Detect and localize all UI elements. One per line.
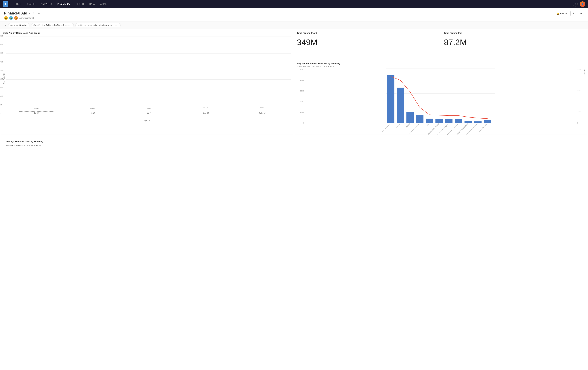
combo-bar-9	[474, 121, 482, 123]
nav-right: ? 👤	[573, 1, 585, 7]
pinboard-title: Financial Aid	[4, 11, 27, 15]
nav-data[interactable]: DATA	[87, 0, 97, 8]
state-aid-chart-card: State Aid by Degree and Age Group Total …	[0, 29, 294, 135]
combo-bar-1	[397, 87, 404, 123]
avatar-2: 🎓	[9, 16, 13, 20]
kpi2-value: 87.2M	[441, 34, 588, 51]
bar-chart-area: Total State Aid 45M 40M 35M 30M 25M 20M	[0, 34, 294, 123]
logo[interactable]: T	[3, 1, 8, 7]
svg-text:Asian or Pacific Islander: Asian or Pacific Islander	[409, 123, 420, 134]
kpi-total-federal-plus: Total Federal PLUS 349M	[294, 29, 441, 60]
user-avatar[interactable]: 👤	[580, 1, 585, 7]
right-column: Total Federal PLUS 349M Total Federal Pe…	[294, 29, 588, 135]
combo-bar-0	[387, 75, 394, 123]
avg-federal-loans-by-ethnicity-card: Average Federal Loans by Ethnicity Hawai…	[0, 135, 294, 169]
avg-federal-by-ethnicity-subtitle: Hawaiian or Pacific Islander 4.6K (0.430…	[3, 144, 291, 146]
svg-text:Hispanic: Hispanic	[406, 123, 410, 128]
x-axis-title: Age Group	[6, 120, 291, 121]
bar-label-25-40: 8.43M	[147, 107, 151, 109]
combo-chart-subtitle: Filters: Aid Year : >= 01/01/2017 < 01/0…	[294, 65, 588, 67]
bar-group-17-20: 15.24M 17-20	[11, 110, 62, 114]
bar-over40: 468.16K	[201, 110, 210, 110]
bar-label-21-24: 16.66M	[90, 107, 95, 109]
combo-bar-5	[435, 119, 443, 123]
dashboard: State Aid by Degree and Age Group Total …	[0, 29, 588, 135]
bar-label-17-20: 15.24M	[34, 107, 39, 109]
kpi1-value: 349M	[294, 34, 441, 51]
bar-label-under17: 3.14K	[260, 107, 264, 109]
svg-text:Black or African American: Black or African American	[428, 123, 439, 135]
combo-svg: White, non-Hispanic Unknown Hispanic Asi…	[304, 69, 577, 131]
more-button[interactable]: •••	[578, 11, 584, 16]
combo-line	[391, 76, 488, 119]
page: Financial Aid ▾ ☆ ✏ 😀 🎓 😊 Administrator …	[0, 8, 588, 370]
nav-spotiq[interactable]: SPOTIQ	[73, 0, 86, 8]
x-label-under17: Under 17	[259, 112, 266, 114]
pinboard-title-row: Financial Aid ▾ ☆ ✏	[4, 11, 41, 15]
avg-federal-loans-combo-card: Avg Federal Loans, Total Aid by Ethnicit…	[294, 60, 588, 135]
filter-institution[interactable]: Institution Name university of colorado …	[75, 23, 121, 27]
avatar-1: 😀	[4, 16, 8, 20]
nav-admin[interactable]: ADMIN	[98, 0, 110, 8]
y-left-ticks: 500K 400K 300K 200K 100K 0	[297, 69, 304, 131]
bar-label-over40: 468.16K	[203, 107, 209, 108]
avatar-3: 😊	[14, 16, 18, 20]
kpi-row: Total Federal PLUS 349M Total Federal Pe…	[294, 29, 588, 60]
x-label-21-24: 21-24	[91, 112, 95, 114]
grid-and-bars: 45M 40M 35M 30M 25M 20M 15M 10M 5M 0	[6, 36, 291, 119]
bar-group-over40: 468.16K Over 40	[180, 110, 231, 114]
combo-chart-wrapper: 500K 400K 300K 200K 100K 0	[294, 67, 588, 132]
title-dropdown-icon[interactable]: ▾	[29, 12, 30, 15]
navbar: T HOME SEARCH ANSWERS PINBOARDS SPOTIQ D…	[0, 0, 588, 8]
bell-icon: 🔔	[556, 12, 559, 15]
meta-text: Administrator +2	[19, 17, 34, 19]
x-label-25-40: 25-40	[147, 112, 151, 114]
nav-home[interactable]: HOME	[12, 0, 23, 8]
filter-classification[interactable]: Classification full-time, half-time, les…	[31, 23, 74, 27]
share-button[interactable]: ⬆	[570, 11, 576, 16]
filter-bar: ▼ Aid Year (Select) ▾ Classification ful…	[0, 22, 588, 29]
nav-answers[interactable]: ANSWERS	[39, 0, 54, 8]
edit-button[interactable]: ✏	[37, 11, 41, 15]
avg-federal-by-ethnicity-title: Average Federal Loans by Ethnicity	[3, 138, 291, 143]
kpi-total-federal-pell: Total Federal Pell 87.2M	[441, 29, 588, 60]
svg-text:Unknown: Unknown	[396, 123, 401, 128]
star-button[interactable]: ☆	[32, 11, 36, 15]
kpi2-title: Total Federal Pell	[441, 29, 588, 34]
chart-body: 45M 40M 35M 30M 25M 20M 15M 10M 5M 0	[6, 36, 291, 121]
filter-icon: ▼	[4, 24, 6, 27]
bottom-row: Average Federal Loans by Ethnicity Hawai…	[0, 135, 588, 169]
bar-group-21-24: 16.66M 21-24	[67, 110, 118, 114]
help-icon[interactable]: ?	[573, 2, 578, 6]
svg-text:Non-Resident Alien: Non-Resident Alien	[479, 123, 488, 132]
state-aid-chart-title: State Aid by Degree and Age Group	[0, 29, 294, 34]
x-label-17-20: 17-20	[34, 112, 39, 114]
combo-bar-10	[484, 120, 491, 123]
combo-chart-title: Avg Federal Loans, Total Aid by Ethnicit…	[294, 60, 588, 65]
nav-items: HOME SEARCH ANSWERS PINBOARDS SPOTIQ DAT…	[12, 0, 572, 8]
combo-chart-body: White, non-Hispanic Unknown Hispanic Asi…	[304, 69, 577, 131]
combo-bar-6	[445, 119, 452, 123]
bars-container: 15.24M 17-20	[7, 36, 291, 114]
follow-label: Follow	[560, 12, 567, 15]
y-right-axis-label: Total Aid	[583, 69, 585, 131]
header-actions: 🔔 Follow ⬆ •••	[554, 11, 584, 16]
bar-group-under17: 3.14K Under 17	[236, 110, 288, 114]
x-label-over40: Over 40	[203, 112, 209, 114]
svg-text:Native American or Alaskan Nat: Native American or Alaskan Native	[453, 123, 469, 135]
x-axis-labels: White, non-Hispanic Unknown Hispanic Asi…	[381, 123, 488, 135]
nav-pinboards[interactable]: PINBOARDS	[55, 0, 73, 8]
combo-bar-4	[426, 119, 433, 123]
svg-text:White, non-Hispanic: White, non-Hispanic	[381, 123, 391, 133]
bar-under17: 3.14K	[257, 110, 267, 110]
follow-button[interactable]: 🔔 Follow	[554, 11, 569, 16]
kpi1-title: Total Federal PLUS	[294, 29, 441, 34]
combo-bar-2	[406, 112, 414, 123]
svg-text:Asian: Asian	[426, 123, 430, 126]
y-right-ticks: 300M 200M 100M 0	[577, 69, 583, 131]
pinboard-meta: 😀 🎓 😊 Administrator +2	[4, 16, 41, 20]
filter-aid-year[interactable]: Aid Year (Select) ▾	[8, 23, 30, 27]
combo-bar-7	[455, 119, 462, 123]
nav-search[interactable]: SEARCH	[24, 0, 38, 8]
combo-bar-8	[465, 121, 472, 123]
